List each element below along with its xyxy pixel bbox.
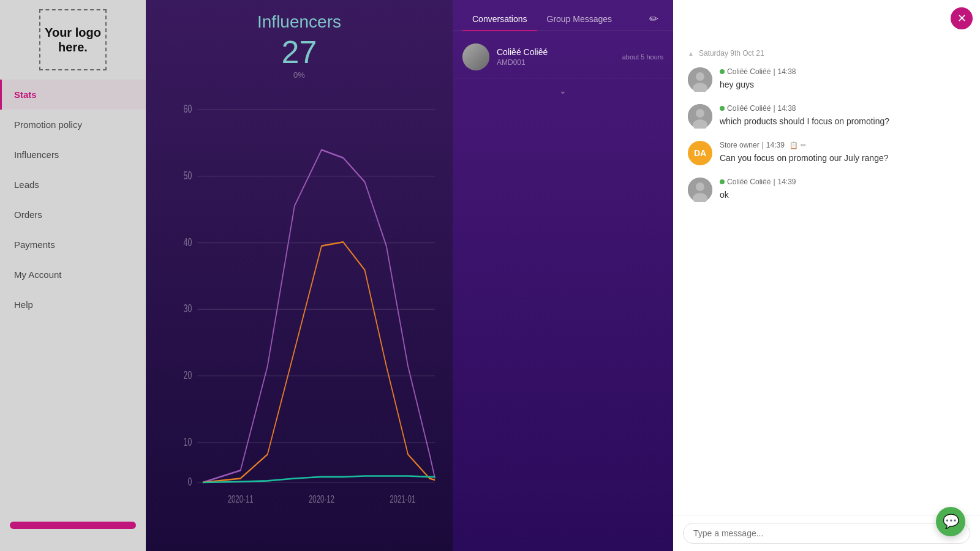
support-button[interactable]: 💬 bbox=[936, 507, 965, 536]
svg-text:10: 10 bbox=[184, 435, 192, 448]
sidebar-item-stats[interactable]: Stats bbox=[0, 80, 146, 110]
svg-text:30: 30 bbox=[184, 302, 192, 315]
chart-svg-area: 60 50 40 30 20 10 0 2020-11 2020-12 2021… bbox=[170, 86, 440, 527]
message-time: 14:39 bbox=[766, 141, 785, 149]
svg-text:50: 50 bbox=[184, 170, 192, 182]
conversation-info: Coliêé Coliêé AMD001 bbox=[497, 47, 617, 67]
message-avatar bbox=[688, 178, 712, 202]
chat-messages: Saturday 9th Oct 21 Coliêé Coliêé | 14:3… bbox=[673, 0, 980, 515]
sidebar-footer bbox=[0, 514, 146, 551]
sidebar-nav: Stats Promotion policy Influencers Leads… bbox=[0, 80, 146, 514]
message-meta: Coliêé Coliêé | 14:39 bbox=[720, 178, 965, 186]
message-text: which products should I focus on promoti… bbox=[720, 115, 965, 128]
message-sender: Coliêé Coliêé bbox=[727, 104, 771, 113]
logo-area: Your logo here. bbox=[0, 0, 146, 80]
svg-point-21 bbox=[696, 109, 704, 118]
online-indicator bbox=[720, 106, 725, 111]
message-avatar: DA bbox=[688, 141, 712, 165]
chat-message: Coliêé Coliêé | 14:38 which products sho… bbox=[688, 104, 965, 129]
avatar-initials: DA bbox=[694, 148, 706, 158]
avatar-svg bbox=[688, 104, 712, 129]
message-meta: Coliêé Coliêé | 14:38 bbox=[720, 67, 965, 76]
online-indicator bbox=[720, 179, 725, 184]
chat-message: Coliêé Coliêé | 14:38 hey guys bbox=[688, 67, 965, 92]
online-indicator bbox=[720, 69, 725, 74]
message-meta: Coliêé Coliêé | 14:38 bbox=[720, 104, 965, 113]
message-time: 14:38 bbox=[778, 104, 796, 113]
tab-group-messages[interactable]: Group Messages bbox=[537, 8, 622, 31]
date-divider: Saturday 9th Oct 21 bbox=[688, 37, 965, 67]
message-text: hey guys bbox=[720, 78, 965, 91]
avatar-image bbox=[462, 43, 489, 70]
chat-message: Coliêé Coliêé | 14:39 ok bbox=[688, 178, 965, 202]
sidebar: Your logo here. Stats Promotion policy I… bbox=[0, 0, 146, 551]
conversation-sub: AMD001 bbox=[497, 58, 617, 67]
message-sender: Coliêé Coliêé bbox=[727, 67, 771, 76]
main-chart-area: Influencers 27 0% 60 50 40 30 20 10 0 20… bbox=[146, 0, 453, 551]
message-content: Coliêé Coliêé | 14:39 ok bbox=[720, 178, 965, 201]
tab-conversations[interactable]: Conversations bbox=[462, 8, 537, 31]
avatar-svg bbox=[688, 67, 712, 92]
sidebar-item-orders[interactable]: Orders bbox=[0, 200, 146, 230]
conversation-item[interactable]: Coliêé Coliêé AMD001 about 5 hours bbox=[453, 36, 673, 78]
message-time: 14:38 bbox=[778, 67, 796, 76]
message-content: Coliêé Coliêé | 14:38 hey guys bbox=[720, 67, 965, 91]
chart-svg: 60 50 40 30 20 10 0 2020-11 2020-12 2021… bbox=[170, 86, 440, 527]
svg-text:2020-11: 2020-11 bbox=[228, 493, 254, 504]
date-divider-text: Saturday 9th Oct 21 bbox=[699, 49, 764, 58]
message-avatar bbox=[688, 67, 712, 92]
logo: Your logo here. bbox=[39, 9, 107, 70]
conversations-list: Coliêé Coliêé AMD001 about 5 hours ⌄ bbox=[453, 31, 673, 551]
svg-point-24 bbox=[696, 182, 704, 191]
conversations-panel: Conversations Group Messages ✏ Coliêé Co… bbox=[453, 0, 673, 551]
expand-chevron[interactable]: ⌄ bbox=[453, 78, 673, 103]
message-sender: Coliêé Coliêé bbox=[727, 178, 771, 186]
svg-text:40: 40 bbox=[184, 236, 192, 248]
sidebar-item-help[interactable]: Help bbox=[0, 290, 146, 320]
message-meta: Store owner | 14:39 📋 ✏ bbox=[720, 141, 965, 149]
chart-title: Influencers bbox=[146, 12, 453, 32]
svg-point-18 bbox=[696, 72, 704, 81]
conversation-time: about 5 hours bbox=[622, 53, 663, 61]
message-content: Coliêé Coliêé | 14:38 which products sho… bbox=[720, 104, 965, 128]
chat-panel: ✕ Saturday 9th Oct 21 Coliêé Coliêé | 14… bbox=[673, 0, 980, 551]
copy-icon[interactable]: 📋 bbox=[790, 141, 798, 149]
conversations-tabs: Conversations Group Messages ✏ bbox=[453, 0, 673, 31]
message-sender: Store owner bbox=[720, 141, 760, 149]
sidebar-progress-bar bbox=[10, 522, 136, 529]
svg-text:2020-12: 2020-12 bbox=[309, 493, 334, 504]
conversation-name: Coliêé Coliêé bbox=[497, 47, 617, 57]
svg-text:2021-01: 2021-01 bbox=[390, 493, 415, 504]
message-content: Store owner | 14:39 📋 ✏ Can you focus on… bbox=[720, 141, 965, 165]
sidebar-item-payments[interactable]: Payments bbox=[0, 230, 146, 260]
edit-msg-icon[interactable]: ✏ bbox=[801, 141, 806, 149]
svg-text:0: 0 bbox=[187, 476, 192, 488]
message-action-icons: 📋 ✏ bbox=[790, 141, 806, 149]
chart-subtitle: 0% bbox=[146, 70, 453, 80]
sidebar-item-influencers[interactable]: Influencers bbox=[0, 140, 146, 170]
chat-input[interactable] bbox=[683, 523, 970, 544]
message-time: 14:39 bbox=[778, 178, 796, 186]
sidebar-item-my-account[interactable]: My Account bbox=[0, 260, 146, 290]
message-avatar bbox=[688, 104, 712, 129]
chart-number: 27 bbox=[146, 34, 453, 70]
chat-input-area bbox=[673, 515, 980, 551]
chat-message: DA Store owner | 14:39 📋 ✏ Can you focus… bbox=[688, 141, 965, 165]
svg-text:20: 20 bbox=[184, 369, 192, 381]
conversation-avatar bbox=[462, 43, 489, 70]
edit-icon[interactable]: ✏ bbox=[644, 7, 663, 31]
message-text: Can you focus on promoting our July rang… bbox=[720, 152, 965, 165]
avatar-svg bbox=[688, 178, 712, 202]
sidebar-item-promotion-policy[interactable]: Promotion policy bbox=[0, 110, 146, 140]
message-text: ok bbox=[720, 189, 965, 201]
close-button[interactable]: ✕ bbox=[951, 7, 973, 29]
sidebar-item-leads[interactable]: Leads bbox=[0, 170, 146, 200]
svg-text:60: 60 bbox=[184, 103, 192, 115]
